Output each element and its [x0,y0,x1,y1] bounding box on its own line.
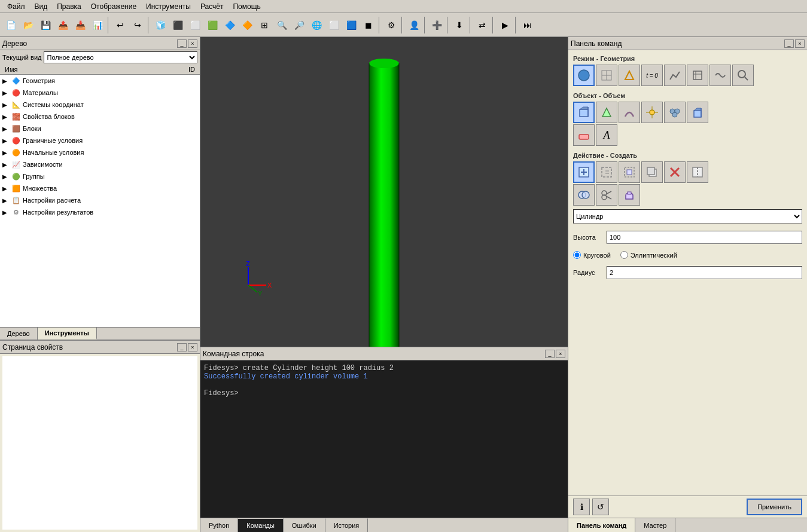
menu-view[interactable]: Вид [30,1,53,12]
menu-display[interactable]: Отображение [86,1,141,12]
mode-mesh-btn[interactable] [596,65,617,86]
tree-item-coords[interactable]: ▶ 📐 Системы координат [0,99,200,111]
obj-group-btn[interactable] [664,102,686,123]
toolbar-settings[interactable]: ⚙ [383,17,400,33]
shape-selector[interactable]: Цилиндр Параллелепипед Сфера Конус Тор [573,209,802,224]
tree-item-materials[interactable]: ▶ 🔴 Материалы [0,87,200,99]
info-btn[interactable]: ℹ [573,499,590,515]
obj-surface-btn[interactable] [596,102,617,123]
tree-item-calcsettings[interactable]: ▶ 📋 Настройки расчета [0,194,200,206]
current-view-select[interactable]: Полное дерево [44,51,197,63]
toolbar-undo[interactable]: ↩ [112,17,129,33]
tree-item-deps[interactable]: ▶ 📈 Зависимости [0,158,200,170]
cmdline-close[interactable]: × [556,350,565,358]
toolbar-add-user[interactable]: 👤 [406,17,422,33]
toolbar-import[interactable]: 📥 [72,17,89,33]
menu-file[interactable]: Файл [2,1,30,12]
elliptical-radio[interactable] [620,251,628,259]
toolbar-zoom-fit[interactable]: 🔍 [273,17,290,33]
reset-btn[interactable]: ↺ [592,499,609,515]
cmdline-tab-python[interactable]: Python [200,518,238,532]
circular-radio-label[interactable]: Круговой [573,251,611,259]
toolbar-arrows[interactable]: ⇄ [474,17,491,33]
toolbar-download[interactable]: ⬇ [451,17,468,33]
tab-tree[interactable]: Дерево [0,328,38,340]
tab-panel-commands[interactable]: Панель команд [568,518,635,532]
tree-item-sets[interactable]: ▶ 🟧 Множества [0,182,200,194]
right-close[interactable]: × [795,39,805,48]
toolbar-last[interactable]: ⏭ [519,17,536,33]
cmdline-tab-history[interactable]: История [325,518,369,532]
menu-tools[interactable]: Инструменты [141,1,196,12]
menu-edit[interactable]: Правка [52,1,86,12]
action-copy-btn[interactable] [641,161,663,183]
obj-volume-btn[interactable] [573,102,595,123]
props-minimize[interactable]: _ [177,343,187,351]
obj-eraser-btn[interactable] [573,124,595,146]
tree-close[interactable]: × [188,39,197,48]
tree-minimize[interactable]: _ [177,39,187,48]
tree-item-groups[interactable]: ▶ 🟢 Группы [0,170,200,182]
menu-calc[interactable]: Расчёт [196,1,229,12]
tree-item-boundary[interactable]: ▶ 🔴 Граничные условия [0,134,200,146]
obj-curve-btn[interactable] [619,102,640,123]
toolbar-grid[interactable]: ⊞ [256,17,273,33]
tree-item-initial[interactable]: ▶ 🟠 Начальные условия [0,146,200,158]
mode-calc-btn[interactable] [687,65,708,86]
props-close[interactable]: × [188,343,197,351]
action-boolean-btn[interactable] [573,184,595,206]
toolbar-export[interactable]: 📊 [89,17,106,33]
right-minimize[interactable]: _ [784,39,794,48]
toolbar-back[interactable]: 🟩 [204,17,221,33]
elliptical-radio-label[interactable]: Эллиптический [620,251,677,259]
cmdline-tab-commands[interactable]: Команды [238,518,284,532]
toolbar-shaded[interactable]: 🟦 [343,17,360,33]
toolbar-zoom-in[interactable]: 🔎 [291,17,307,33]
toolbar-save-as[interactable]: 📤 [54,17,71,33]
toolbar-3d[interactable]: 🧊 [152,17,169,33]
cmdline-minimize[interactable]: _ [545,350,555,358]
action-move-btn[interactable] [619,161,640,183]
circular-radio[interactable] [573,251,581,259]
toolbar-front[interactable]: ⬜ [187,17,203,33]
toolbar-open[interactable]: 📂 [20,17,36,33]
obj-vertex-btn[interactable] [641,102,663,123]
tree-item-blockprops[interactable]: ▶ 🧱 Свойства блоков [0,111,200,123]
apply-button[interactable]: Применить [747,499,802,515]
mode-graph-btn[interactable] [664,65,686,86]
viewport[interactable]: Z X Y [200,37,568,347]
tab-master[interactable]: Мастер [635,518,675,532]
toolbar-new[interactable]: 📄 [2,17,19,33]
mode-geometry-btn[interactable] [573,65,595,86]
tab-tools[interactable]: Инструменты [38,328,97,340]
toolbar-geom[interactable]: 🔷 [221,17,238,33]
toolbar-save[interactable]: 💾 [37,17,54,33]
action-delete-btn[interactable] [664,161,686,183]
mode-step-btn[interactable]: t = 0 [641,65,663,86]
tree-item-blocks[interactable]: ▶ 🟫 Блоки [0,123,200,134]
toolbar-rotate[interactable]: 🌐 [308,17,325,33]
toolbar-cube[interactable]: ⬛ [169,17,186,33]
obj-text-btn[interactable]: A [596,124,617,146]
cmdline-content[interactable]: Fidesys> create Cylinder height 100 radi… [200,360,568,518]
action-stamp-btn[interactable] [619,184,640,206]
radius-input[interactable] [607,266,802,279]
tree-item-resultsettings[interactable]: ▶ ⚙ Настройки результатов [0,206,200,218]
action-create-btn[interactable] [573,161,595,183]
cmdline-tab-errors[interactable]: Ошибки [284,518,325,532]
height-input[interactable] [607,231,802,244]
mode-search-btn[interactable] [732,65,754,86]
action-split-btn[interactable] [687,161,708,183]
mode-bc-btn[interactable] [619,65,640,86]
tree-item-geometry[interactable]: ▶ 🔷 Геометрия [0,75,200,87]
toolbar-wire[interactable]: ⬜ [325,17,342,33]
toolbar-shaded2[interactable]: ◼ [360,17,377,33]
action-select-btn[interactable] [596,161,617,183]
menu-help[interactable]: Помощь [228,1,265,12]
toolbar-play[interactable]: ▶ [497,17,513,33]
action-scissors-btn[interactable] [596,184,617,206]
mode-wave-btn[interactable] [709,65,731,86]
toolbar-mesh[interactable]: 🔶 [239,17,255,33]
toolbar-plus[interactable]: ➕ [428,17,445,33]
obj-cube-btn[interactable] [687,102,708,123]
